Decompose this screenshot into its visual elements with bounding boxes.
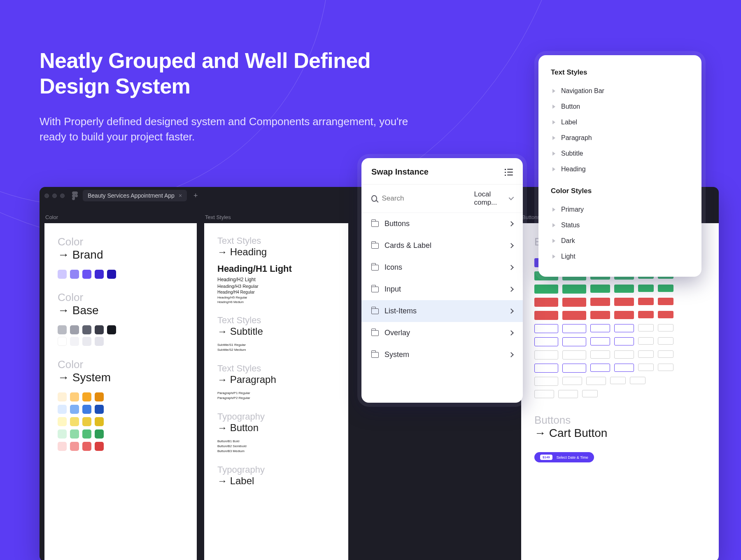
traffic-close-icon[interactable] bbox=[44, 194, 49, 198]
section-title: Subtitle bbox=[217, 326, 335, 337]
button-sample bbox=[638, 311, 654, 318]
text-sample: Button/B3 Medium bbox=[217, 449, 335, 453]
text-sample: Heading/H4 Regular bbox=[217, 290, 335, 294]
swap-item[interactable]: List-Items bbox=[361, 300, 523, 322]
color-frame[interactable]: Color Brand Color Base Color System bbox=[44, 223, 197, 560]
color-swatch bbox=[82, 405, 91, 414]
button-sample bbox=[534, 324, 558, 333]
style-item[interactable]: Status bbox=[551, 217, 689, 233]
style-label: Label bbox=[561, 119, 577, 126]
button-sample bbox=[562, 285, 586, 294]
chevron-right-icon bbox=[508, 352, 514, 357]
triangle-icon bbox=[552, 152, 555, 156]
tab-label: Beauty Services Appointment App bbox=[88, 192, 175, 199]
text-sample: Subtitle/S2 Medium bbox=[217, 348, 335, 352]
close-icon[interactable]: × bbox=[179, 192, 182, 199]
scope-dropdown[interactable]: Local comp... bbox=[474, 190, 513, 207]
styles-section-title: Text Styles bbox=[551, 68, 689, 77]
section-title: Base bbox=[58, 304, 184, 317]
color-swatch bbox=[58, 442, 67, 451]
style-item[interactable]: Paragraph bbox=[551, 130, 689, 146]
swap-item[interactable]: System bbox=[361, 344, 523, 366]
swap-item[interactable]: Cards & Label bbox=[361, 235, 523, 257]
style-item[interactable]: Subtitle bbox=[551, 146, 689, 161]
button-sample bbox=[558, 390, 578, 398]
button-sample bbox=[534, 350, 558, 359]
style-item[interactable]: Primary bbox=[551, 202, 689, 217]
style-label: Button bbox=[561, 103, 580, 110]
button-sample bbox=[582, 390, 598, 397]
style-item[interactable]: Heading bbox=[551, 161, 689, 177]
section-title: Label bbox=[217, 475, 335, 487]
color-swatch bbox=[58, 270, 67, 279]
swap-item[interactable]: Input bbox=[361, 278, 523, 300]
triangle-icon bbox=[552, 239, 555, 243]
hero-title: Neatly Grouped and Well Defined Design S… bbox=[40, 48, 410, 99]
swap-item[interactable]: Icons bbox=[361, 257, 523, 278]
traffic-lights[interactable] bbox=[44, 194, 65, 198]
button-sample bbox=[562, 298, 586, 307]
document-tab[interactable]: Beauty Services Appointment App × bbox=[83, 190, 187, 201]
color-swatch bbox=[95, 429, 104, 439]
triangle-icon bbox=[552, 223, 555, 227]
style-item[interactable]: Light bbox=[551, 249, 689, 264]
button-sample bbox=[614, 285, 634, 293]
section-title: Brand bbox=[58, 248, 184, 261]
text-sample: Heading/H6 Medium bbox=[217, 301, 335, 303]
color-swatch bbox=[58, 325, 67, 334]
style-label: Navigation Bar bbox=[561, 87, 604, 95]
hero-title-line: Design System bbox=[40, 74, 190, 98]
style-label: Primary bbox=[561, 206, 584, 213]
swap-item[interactable]: Buttons bbox=[361, 213, 523, 235]
color-swatch bbox=[70, 392, 79, 401]
style-label: Status bbox=[561, 222, 580, 229]
button-sample bbox=[658, 285, 673, 292]
section-eyebrow: Color bbox=[58, 291, 184, 304]
swap-item-label: Icons bbox=[384, 263, 402, 272]
new-tab-button[interactable]: + bbox=[192, 191, 200, 200]
search-icon bbox=[371, 195, 377, 202]
swap-item-label: Overlay bbox=[384, 329, 410, 337]
swap-item-label: List-Items bbox=[384, 307, 417, 315]
style-item[interactable]: Button bbox=[551, 99, 689, 114]
swap-list: ButtonsCards & LabelIconsInputList-Items… bbox=[361, 213, 523, 366]
swap-item[interactable]: Overlay bbox=[361, 322, 523, 344]
button-sample bbox=[590, 298, 610, 306]
section-eyebrow: Typography bbox=[217, 411, 335, 422]
text-sample: Paragraph/P1 Regular bbox=[217, 391, 335, 395]
color-swatch bbox=[58, 429, 67, 439]
swap-item-label: Cards & Label bbox=[384, 241, 431, 250]
search-input[interactable] bbox=[382, 194, 469, 203]
button-sample bbox=[562, 311, 586, 320]
button-sample bbox=[638, 324, 654, 331]
button-sample bbox=[534, 285, 558, 294]
color-swatch bbox=[70, 325, 79, 334]
chevron-right-icon bbox=[508, 265, 514, 270]
button-sample bbox=[630, 377, 645, 384]
panel-title: Swap Instance bbox=[371, 167, 429, 177]
text-styles-frame[interactable]: Text Styles Heading Heading/H1 Light Hea… bbox=[204, 223, 348, 560]
traffic-min-icon[interactable] bbox=[52, 194, 57, 198]
style-item[interactable]: Navigation Bar bbox=[551, 83, 689, 99]
color-swatch bbox=[82, 337, 91, 346]
color-swatch bbox=[82, 392, 91, 401]
button-sample bbox=[658, 311, 673, 318]
button-sample bbox=[562, 350, 586, 359]
figma-logo-icon bbox=[72, 191, 78, 200]
button-sample bbox=[562, 337, 586, 346]
text-sample: Paragraph/P2 Regular bbox=[217, 396, 335, 400]
swap-item-label: Input bbox=[384, 285, 401, 294]
color-swatch bbox=[82, 325, 91, 334]
style-item[interactable]: Dark bbox=[551, 233, 689, 249]
color-swatch bbox=[95, 392, 104, 401]
frame-label: Color bbox=[45, 214, 58, 220]
button-sample bbox=[562, 364, 586, 373]
traffic-max-icon[interactable] bbox=[60, 194, 65, 198]
styles-panel: Text Styles Navigation BarButtonLabelPar… bbox=[538, 55, 701, 277]
cart-button-sample: $149 Select Date & Time bbox=[534, 452, 594, 462]
frame-label: Text Styles bbox=[205, 214, 231, 220]
style-item[interactable]: Label bbox=[551, 114, 689, 130]
section-eyebrow: Text Styles bbox=[217, 363, 335, 374]
mini-button-grid bbox=[534, 258, 710, 398]
list-view-icon[interactable] bbox=[505, 169, 513, 175]
